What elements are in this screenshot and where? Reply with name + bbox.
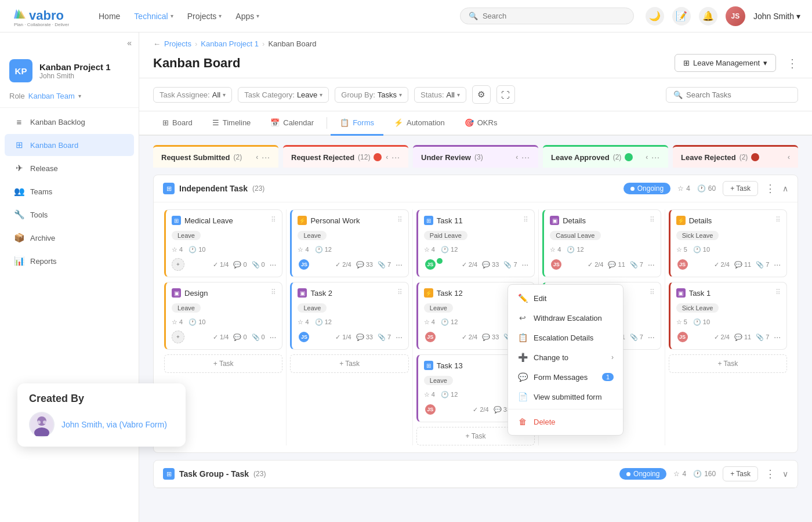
- task-more-button[interactable]: ···: [774, 260, 781, 269]
- tab-calendar[interactable]: 📅 Calendar: [261, 111, 323, 136]
- sidebar-item-reports[interactable]: 📊 Reports: [5, 250, 134, 272]
- task-attachments: 📎 7: [378, 261, 391, 269]
- page-more-button[interactable]: ⋮: [786, 56, 798, 70]
- search-input[interactable]: [483, 12, 625, 20]
- avatar[interactable]: JS: [726, 6, 745, 26]
- breadcrumb-project[interactable]: Kanban Project 1: [201, 39, 259, 48]
- task-group2-more-button[interactable]: ⋮: [765, 467, 775, 480]
- col-approved-chevron-icon[interactable]: ‹: [646, 153, 648, 161]
- ctx-form-messages[interactable]: 💬 Form Messages 1: [508, 367, 623, 387]
- task-more-button[interactable]: ···: [774, 332, 781, 342]
- breadcrumb-projects[interactable]: Projects: [164, 39, 191, 48]
- status-filter[interactable]: Status: All ▾: [414, 87, 466, 103]
- add-task-col2[interactable]: + Task: [290, 354, 408, 373]
- task-col-leave-rejected: ⚡ Details ⠿ Sick Leave ☆ 5 🕐 10: [665, 209, 791, 445]
- ctx-delete[interactable]: 🗑 Delete: [508, 412, 623, 432]
- ctx-change-to[interactable]: ➕ Change to ›: [508, 347, 623, 367]
- leave-rejected-status-dot: [751, 153, 759, 161]
- global-search[interactable]: 🔍: [460, 8, 634, 24]
- task-progress: ✓ 2/4: [588, 261, 603, 269]
- add-task-col1[interactable]: + Task: [164, 354, 282, 373]
- tab-automation[interactable]: ⚡ Automation: [385, 111, 454, 136]
- role-label: Role: [9, 92, 25, 100]
- task-group-more-button[interactable]: ⋮: [765, 182, 775, 195]
- tab-board[interactable]: ⊞ Board: [153, 111, 202, 136]
- task-group-right: Ongoing ☆ 4 🕐 60 + Task ⋮ ∧: [624, 181, 788, 196]
- nav-apps[interactable]: Apps ▾: [230, 8, 265, 24]
- drag-handle-icon[interactable]: ⠿: [775, 288, 781, 296]
- logo[interactable]: vabro Plan · Collaborate · Deliver: [12, 5, 75, 28]
- group-by-filter[interactable]: Group By: Tasks ▾: [335, 87, 408, 103]
- add-member-avatar[interactable]: +: [172, 331, 184, 343]
- sidebar-item-tools[interactable]: 🔧 Tools: [5, 204, 134, 226]
- task-more-button[interactable]: ···: [648, 260, 655, 269]
- drag-handle-icon[interactable]: ⠿: [397, 216, 403, 224]
- task-more-button[interactable]: ···: [396, 332, 403, 342]
- sidebar-item-teams[interactable]: 👥 Teams: [5, 180, 134, 202]
- drag-handle-icon[interactable]: ⠿: [271, 216, 276, 224]
- ctx-view-form[interactable]: 📄 View submitted form: [508, 387, 623, 407]
- nav-projects[interactable]: Projects ▾: [182, 8, 228, 24]
- tab-timeline[interactable]: ☰ Timeline: [203, 111, 260, 136]
- tooltip-title: Created By: [29, 393, 174, 405]
- ctx-escalation-details[interactable]: 📋 Escalation Details: [508, 328, 623, 347]
- search-tasks-input[interactable]: [686, 90, 791, 99]
- task-more-button[interactable]: ···: [522, 260, 529, 269]
- drag-handle-icon[interactable]: ⠿: [397, 288, 403, 296]
- notifications-button[interactable]: 🔔: [699, 7, 717, 26]
- sidebar-item-archive[interactable]: 📦 Archive: [5, 227, 134, 249]
- col-approved-more-button[interactable]: ···: [651, 153, 660, 162]
- sidebar-item-board[interactable]: ⊞ Kanban Board: [5, 134, 134, 156]
- tab-okrs[interactable]: 🎯 OKRs: [455, 111, 507, 136]
- task-group-collapse-button[interactable]: ∧: [782, 184, 788, 193]
- fullscreen-button[interactable]: ⛶: [496, 85, 515, 104]
- task-category-filter[interactable]: Task Category: Leave ▾: [238, 87, 329, 103]
- search-tasks-input-wrapper[interactable]: 🔍: [666, 87, 798, 103]
- sidebar-collapse-button[interactable]: «: [127, 38, 132, 48]
- theme-toggle-button[interactable]: 🌙: [646, 7, 664, 26]
- task-more-button[interactable]: ···: [648, 332, 655, 342]
- task-group2-collapse-button[interactable]: ∨: [782, 469, 788, 478]
- col-review-more-button[interactable]: ···: [521, 153, 530, 162]
- advanced-filter-button[interactable]: ⚙: [472, 85, 491, 104]
- drag-handle-icon[interactable]: ⠿: [650, 288, 655, 296]
- nav-home[interactable]: Home: [93, 8, 126, 24]
- col-rejected-chevron-icon[interactable]: ‹: [386, 153, 388, 161]
- ctx-edit[interactable]: ✏️ Edit: [508, 288, 623, 308]
- change-to-chevron-icon: ›: [611, 353, 614, 361]
- add-task-button[interactable]: + Task: [723, 181, 758, 196]
- task-tag: Leave: [424, 303, 453, 313]
- task-more-button[interactable]: ···: [270, 332, 277, 342]
- leave-management-button[interactable]: ⊞ Leave Management ▾: [675, 54, 776, 72]
- drag-handle-icon[interactable]: ⠿: [650, 216, 655, 224]
- task-assignee-filter[interactable]: Task Assignee: All ▾: [153, 87, 232, 103]
- tab-forms[interactable]: 📋 Forms: [331, 111, 383, 136]
- groupby-chevron-icon: ▾: [399, 92, 402, 98]
- role-value[interactable]: Kanban Team: [28, 92, 75, 100]
- ctx-withdraw-escalation[interactable]: ↩ Withdraw Escalation: [508, 308, 623, 328]
- col-submitted-more-button[interactable]: ···: [262, 153, 270, 162]
- user-name-label[interactable]: John Smith ▾: [753, 12, 800, 21]
- tooltip-user-name[interactable]: John Smith, via (Vabro Form): [61, 420, 167, 429]
- sidebar-item-backlog[interactable]: ≡ Kanban Backlog: [5, 111, 134, 133]
- forms-tab-icon: 📋: [340, 118, 349, 127]
- task-type-icon: ▣: [298, 288, 307, 298]
- add-member-avatar[interactable]: +: [172, 258, 184, 271]
- col-leave-rejected-chevron-icon[interactable]: ‹: [788, 153, 790, 161]
- sidebar-item-release[interactable]: ✈ Release: [5, 157, 134, 179]
- task-stats: ✓ 2/4 💬 33 📎 7 ···: [462, 260, 529, 269]
- nav-technical[interactable]: Technical ▾: [128, 8, 179, 24]
- add-task-button2[interactable]: + Task: [723, 466, 758, 481]
- task-avatars: JS: [424, 403, 433, 416]
- col-review-chevron-icon[interactable]: ‹: [516, 153, 518, 161]
- drag-handle-icon[interactable]: ⠿: [775, 216, 781, 224]
- col-rejected-more-button[interactable]: ···: [392, 153, 400, 162]
- task-more-button[interactable]: ···: [396, 260, 403, 269]
- drag-handle-icon[interactable]: ⠿: [271, 288, 276, 296]
- drag-handle-icon[interactable]: ⠿: [523, 216, 528, 224]
- add-task-col5[interactable]: + Task: [669, 354, 787, 373]
- back-arrow-icon[interactable]: ←: [153, 39, 161, 48]
- col-submitted-chevron-icon[interactable]: ‹: [256, 153, 258, 161]
- messages-button[interactable]: 📝: [672, 7, 691, 26]
- task-more-button[interactable]: ···: [270, 260, 277, 269]
